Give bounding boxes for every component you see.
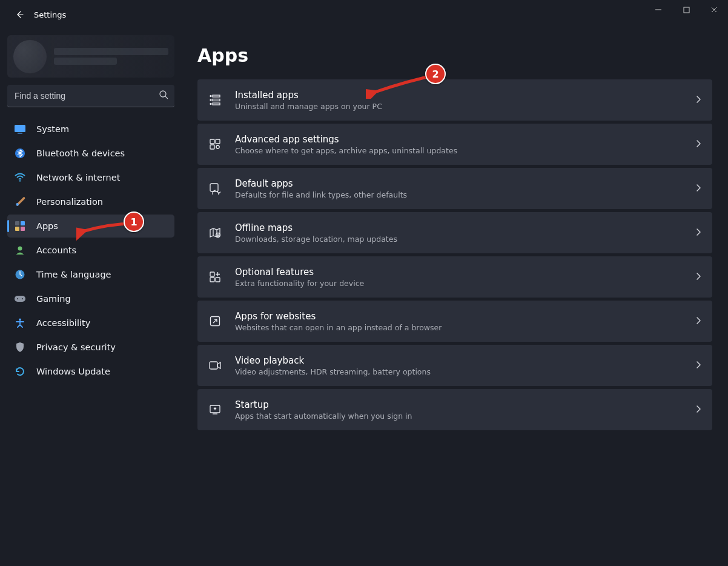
svg-rect-24 (210, 145, 214, 149)
minimize-icon (655, 6, 662, 13)
svg-rect-23 (216, 139, 220, 144)
accessibility-icon (13, 316, 27, 330)
bluetooth-icon (13, 147, 27, 160)
window-controls (644, 0, 728, 29)
svg-rect-2 (15, 125, 25, 132)
svg-rect-28 (210, 272, 214, 276)
sidebar-item-label: Gaming (36, 294, 71, 304)
back-button[interactable] (8, 4, 30, 25)
search-input[interactable] (13, 90, 155, 101)
map-icon (208, 226, 222, 239)
svg-point-1 (160, 91, 166, 97)
svg-point-13 (17, 298, 18, 299)
card-subtitle: Defaults for file and link types, other … (235, 190, 695, 199)
card-subtitle: Websites that can open in an app instead… (235, 323, 695, 332)
card-optional-features[interactable]: Optional features Extra functionality fo… (197, 256, 712, 298)
sidebar-item-personalization[interactable]: Personalization (7, 190, 174, 213)
card-title: Startup (235, 399, 695, 410)
sidebar-item-privacy[interactable]: Privacy & security (7, 336, 174, 359)
title-bar: Settings (0, 0, 728, 29)
wifi-icon (13, 171, 27, 184)
user-profile[interactable] (7, 35, 174, 78)
minimize-button[interactable] (644, 0, 672, 19)
sidebar-item-gaming[interactable]: Gaming (7, 287, 174, 310)
gamepad-icon (13, 292, 27, 305)
card-default-apps[interactable]: Default apps Defaults for file and link … (197, 168, 712, 209)
default-apps-icon (208, 182, 222, 195)
card-video-playback[interactable]: Video playback Video adjustments, HDR st… (197, 345, 712, 386)
card-subtitle: Apps that start automatically when you s… (235, 411, 695, 421)
profile-text-placeholder (54, 45, 168, 67)
sidebar-item-label: Network & internet (36, 173, 120, 182)
advanced-settings-icon (208, 138, 222, 151)
sidebar-item-label: Time & language (36, 270, 111, 279)
card-apps-for-websites[interactable]: Apps for websites Websites that can open… (197, 301, 712, 342)
back-arrow-icon (15, 10, 24, 19)
main-content: Apps Installed apps Uninstall and manage… (182, 29, 728, 566)
svg-rect-22 (210, 139, 214, 144)
sidebar-item-bluetooth[interactable]: Bluetooth & devices (7, 142, 174, 165)
svg-rect-3 (18, 133, 22, 134)
optional-features-icon (208, 270, 222, 284)
person-icon (13, 244, 27, 257)
card-subtitle: Extra functionality for your device (235, 279, 695, 288)
page-title: Apps (197, 45, 712, 66)
chevron-right-icon (695, 360, 701, 371)
sidebar-nav: System Bluetooth & devices Network & int… (5, 117, 177, 384)
card-advanced-app-settings[interactable]: Advanced app settings Choose where to ge… (197, 124, 712, 165)
sidebar-item-label: Personalization (36, 197, 103, 207)
sidebar-item-label: Apps (36, 221, 58, 231)
sidebar: System Bluetooth & devices Network & int… (0, 29, 182, 566)
svg-rect-6 (15, 221, 19, 225)
maximize-icon (683, 7, 690, 13)
system-icon (13, 122, 27, 136)
chevron-right-icon (695, 139, 701, 150)
sidebar-item-accessibility[interactable]: Accessibility (7, 311, 174, 335)
chevron-right-icon (695, 404, 701, 416)
sidebar-item-system[interactable]: System (7, 118, 174, 141)
card-offline-maps[interactable]: Offline maps Downloads, storage location… (197, 212, 712, 253)
card-installed-apps[interactable]: Installed apps Uninstall and manage apps… (197, 79, 712, 121)
search-icon (159, 90, 168, 102)
svg-point-14 (22, 298, 23, 299)
sidebar-item-label: Accessibility (36, 318, 90, 328)
shield-icon (13, 341, 27, 354)
close-icon (710, 6, 718, 13)
card-title: Installed apps (235, 90, 695, 101)
card-subtitle: Downloads, storage location, map updates (235, 235, 695, 244)
avatar (13, 40, 47, 73)
maximize-button[interactable] (672, 0, 700, 19)
svg-rect-8 (15, 227, 19, 231)
card-title: Optional features (235, 267, 695, 278)
card-title: Offline maps (235, 222, 695, 233)
svg-point-5 (19, 180, 21, 181)
sidebar-item-label: Accounts (36, 245, 76, 255)
card-subtitle: Choose where to get apps, archive apps, … (235, 146, 695, 155)
apps-icon (13, 219, 27, 233)
sidebar-item-label: Privacy & security (36, 342, 116, 352)
search-box[interactable] (7, 85, 174, 107)
chevron-right-icon (695, 316, 701, 327)
close-button[interactable] (700, 0, 728, 19)
sidebar-item-time-language[interactable]: Time & language (7, 263, 174, 286)
card-title: Advanced app settings (235, 134, 695, 145)
startup-icon (208, 403, 222, 416)
sidebar-item-network[interactable]: Network & internet (7, 166, 174, 189)
update-icon (13, 365, 27, 378)
card-startup[interactable]: Startup Apps that start automatically wh… (197, 389, 712, 430)
svg-point-19 (210, 96, 211, 97)
card-title: Default apps (235, 178, 695, 189)
sidebar-item-apps[interactable]: Apps (7, 215, 174, 238)
window-title: Settings (34, 10, 66, 19)
svg-point-10 (18, 247, 22, 251)
sidebar-item-label: Bluetooth & devices (36, 148, 125, 158)
svg-rect-32 (210, 362, 217, 369)
sidebar-item-accounts[interactable]: Accounts (7, 239, 174, 262)
sidebar-item-windows-update[interactable]: Windows Update (7, 360, 174, 383)
sidebar-item-label: Windows Update (36, 367, 110, 376)
svg-rect-29 (210, 278, 214, 282)
card-subtitle: Uninstall and manage apps on your PC (235, 102, 695, 111)
svg-point-20 (210, 99, 211, 101)
card-title: Apps for websites (235, 311, 695, 322)
svg-rect-0 (684, 7, 689, 13)
